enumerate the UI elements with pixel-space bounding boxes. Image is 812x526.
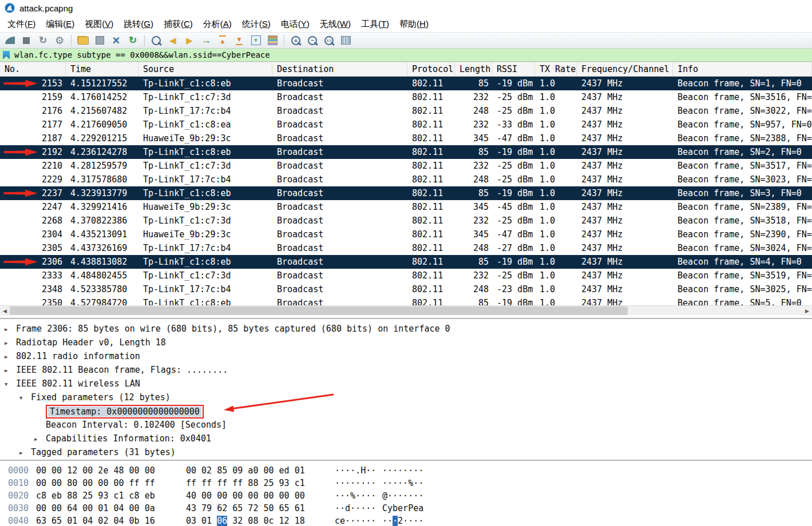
packet-row-2247[interactable]: 22474.329921416HuaweiTe_9b:29:3cBroadcas… bbox=[0, 200, 812, 214]
hex-bytes[interactable]: 00 00 64 00 01 04 00 0a bbox=[36, 502, 155, 515]
auto-scroll-icon[interactable] bbox=[248, 34, 263, 47]
menu-item-a[interactable]: 分析(A) bbox=[198, 17, 237, 31]
packet-row-2176[interactable]: 21764.215607482Tp-LinkT_17:7c:b4Broadcas… bbox=[0, 104, 812, 118]
column-header-no[interactable]: No. bbox=[0, 62, 66, 76]
expand-icon[interactable]: ▶ bbox=[19, 446, 31, 459]
column-header-info[interactable]: Info bbox=[673, 62, 812, 76]
hex-bytes[interactable]: 03 01 06 32 08 0c 12 18 bbox=[186, 515, 305, 526]
normal-size-icon[interactable] bbox=[322, 34, 336, 47]
hex-bytes[interactable]: 00 00 12 00 2e 48 00 00 bbox=[36, 464, 155, 477]
detail-line[interactable]: Timestamp: 0x0000000000000000 bbox=[0, 404, 812, 418]
packet-row-2229[interactable]: 22294.317578680Tp-LinkT_17:7c:b4Broadcas… bbox=[0, 173, 812, 186]
detail-line[interactable]: ▼Fixed parameters (12 bytes) bbox=[0, 390, 812, 404]
hex-row-0010[interactable]: 001000 00 80 00 00 00 ff ffff ff ff ff 8… bbox=[0, 477, 812, 489]
reload-icon[interactable] bbox=[125, 34, 140, 47]
column-header-time[interactable]: Time bbox=[66, 62, 138, 76]
hex-row-0000[interactable]: 000000 00 12 00 2e 48 00 0000 02 85 09 a… bbox=[0, 464, 812, 477]
go-forward-icon[interactable] bbox=[182, 34, 197, 47]
column-header-rssi[interactable]: RSSI bbox=[492, 62, 535, 76]
ascii-text[interactable]: ce······ bbox=[335, 515, 376, 526]
menu-item-t[interactable]: 工具(T) bbox=[356, 17, 394, 31]
packet-row-2304[interactable]: 23044.435213091HuaweiTe_9b:29:3cBroadcas… bbox=[0, 228, 812, 241]
scrollbar-thumb[interactable] bbox=[10, 306, 628, 315]
packet-row-2348[interactable]: 23484.523385780Tp-LinkT_17:7c:b4Broadcas… bbox=[0, 282, 812, 296]
hex-bytes[interactable]: 00 02 85 09 a0 00 ed 01 bbox=[186, 464, 305, 477]
packet-row-2237[interactable]: 22374.323913779Tp-LinkT_c1:c8:ebBroadcas… bbox=[0, 186, 812, 200]
horizontal-scrollbar[interactable]: ◀ ▶ bbox=[0, 305, 812, 315]
detail-line[interactable]: ▶802.11 radio information bbox=[0, 349, 812, 363]
column-header-source[interactable]: Source bbox=[138, 62, 272, 76]
ascii-text[interactable]: CyberPea bbox=[382, 502, 423, 515]
menu-item-v[interactable]: 视图(V) bbox=[80, 17, 118, 31]
expand-icon[interactable]: ▶ bbox=[5, 350, 16, 364]
find-packet-icon[interactable] bbox=[149, 34, 164, 47]
hex-bytes[interactable]: 43 79 62 65 72 50 65 61 bbox=[186, 502, 305, 515]
hex-row-0030[interactable]: 003000 00 64 00 01 04 00 0a43 79 62 65 7… bbox=[0, 502, 812, 515]
hex-bytes[interactable]: c8 eb 88 25 93 c1 c8 eb bbox=[36, 489, 155, 502]
menu-item-y[interactable]: 电话(Y) bbox=[276, 17, 315, 31]
expand-icon[interactable]: ▶ bbox=[5, 336, 16, 350]
zoom-out-icon[interactable] bbox=[305, 34, 320, 47]
ascii-text[interactable]: ·····%·· bbox=[382, 477, 423, 489]
packet-row-2187[interactable]: 21874.229201215HuaweiTe_9b:29:3cBroadcas… bbox=[0, 132, 812, 145]
open-file-icon[interactable] bbox=[76, 34, 90, 47]
start-capture-icon[interactable] bbox=[2, 34, 17, 47]
packet-row-2192[interactable]: 21924.236124278Tp-LinkT_c1:c8:ebBroadcas… bbox=[0, 145, 812, 159]
hex-bytes[interactable]: ff ff ff ff 88 25 93 c1 bbox=[186, 477, 305, 489]
packet-row-2268[interactable]: 22684.370822386Tp-LinkT_c1:c7:3dBroadcas… bbox=[0, 214, 812, 228]
column-header-length[interactable]: Length bbox=[455, 62, 492, 76]
packet-row-2210[interactable]: 22104.281259579Tp-LinkT_c1:c7:3dBroadcas… bbox=[0, 159, 812, 173]
packet-row-2333[interactable]: 23334.484802455Tp-LinkT_c1:c7:3dBroadcas… bbox=[0, 269, 812, 282]
collapse-icon[interactable]: ▼ bbox=[5, 377, 16, 391]
ascii-text[interactable]: @······· bbox=[382, 489, 423, 502]
detail-line[interactable]: ▶Capabilities Information: 0x0401 bbox=[0, 432, 812, 445]
ascii-text[interactable]: ··d····· bbox=[335, 502, 376, 515]
zoom-in-icon[interactable] bbox=[288, 34, 303, 47]
packet-row-2305[interactable]: 23054.437326169Tp-LinkT_17:7c:b4Broadcas… bbox=[0, 241, 812, 255]
first-packet-icon[interactable] bbox=[215, 34, 230, 47]
go-to-packet-icon[interactable] bbox=[199, 34, 213, 47]
packet-row-2153[interactable]: 21534.151217552Tp-LinkT_c1:c8:ebBroadcas… bbox=[0, 77, 812, 90]
menu-item-w[interactable]: 无线(W) bbox=[315, 17, 356, 31]
go-back-icon[interactable] bbox=[165, 34, 180, 47]
filter-input[interactable] bbox=[10, 50, 812, 59]
expand-icon[interactable]: ▶ bbox=[5, 364, 16, 377]
restart-capture-icon[interactable] bbox=[35, 34, 50, 47]
scroll-left-icon[interactable]: ◀ bbox=[0, 306, 10, 316]
detail-line[interactable]: ▼IEEE 802.11 wireless LAN bbox=[0, 377, 812, 390]
detail-line[interactable]: ▶Tagged parameters (31 bytes) bbox=[0, 445, 812, 459]
last-packet-icon[interactable] bbox=[232, 34, 247, 47]
resize-columns-icon[interactable] bbox=[338, 34, 353, 47]
menu-item-e[interactable]: 编辑(E) bbox=[41, 17, 80, 31]
column-header-protocol[interactable]: Protocol bbox=[407, 62, 455, 76]
selected-byte[interactable]: 06 bbox=[217, 516, 227, 526]
colorize-icon[interactable] bbox=[265, 34, 280, 47]
ascii-text[interactable]: ········ bbox=[382, 464, 423, 477]
menu-item-s[interactable]: 统计(S) bbox=[237, 17, 276, 31]
detail-line[interactable]: ▶Radiotap Header v0, Length 18 bbox=[0, 336, 812, 349]
detail-line[interactable]: Beacon Interval: 0.102400 [Seconds] bbox=[0, 418, 812, 432]
collapse-icon[interactable]: ▼ bbox=[19, 391, 31, 405]
packet-row-2350[interactable]: 23504.527984720Tp-LinkT_c1:c8:ebBroadcas… bbox=[0, 296, 812, 305]
hex-row-0020[interactable]: 0020c8 eb 88 25 93 c1 c8 eb40 00 00 00 0… bbox=[0, 489, 812, 502]
bookmark-icon[interactable] bbox=[3, 51, 10, 59]
menu-item-c[interactable]: 捕获(C) bbox=[159, 17, 198, 31]
hex-bytes[interactable]: 40 00 00 00 00 00 00 00 bbox=[186, 489, 305, 502]
capture-options-icon[interactable] bbox=[52, 34, 67, 47]
expand-icon[interactable]: ▶ bbox=[34, 432, 46, 446]
scroll-right-icon[interactable]: ▶ bbox=[802, 306, 812, 316]
column-header-tx-rate[interactable]: TX Rate bbox=[535, 62, 577, 76]
close-file-icon[interactable] bbox=[109, 34, 124, 47]
hex-bytes[interactable]: 00 00 80 00 00 00 ff ff bbox=[36, 477, 155, 489]
hex-row-0040[interactable]: 004063 65 01 04 02 04 0b 1603 01 06 32 0… bbox=[0, 515, 812, 526]
save-file-icon[interactable] bbox=[92, 34, 107, 47]
hex-bytes[interactable]: 63 65 01 04 02 04 0b 16 bbox=[36, 515, 155, 526]
column-header-destination[interactable]: Destination bbox=[272, 62, 407, 76]
packet-row-2159[interactable]: 21594.176014252Tp-LinkT_c1:c7:3dBroadcas… bbox=[0, 90, 812, 104]
menu-item-h[interactable]: 帮助(H) bbox=[394, 17, 434, 31]
ascii-text[interactable]: ········ bbox=[335, 477, 376, 489]
selected-ascii-char[interactable]: · bbox=[393, 516, 398, 526]
ascii-text[interactable]: ····.H·· bbox=[335, 464, 376, 477]
detail-line[interactable]: ▶IEEE 802.11 Beacon frame, Flags: ......… bbox=[0, 363, 812, 377]
menu-item-g[interactable]: 跳转(G) bbox=[118, 17, 159, 31]
